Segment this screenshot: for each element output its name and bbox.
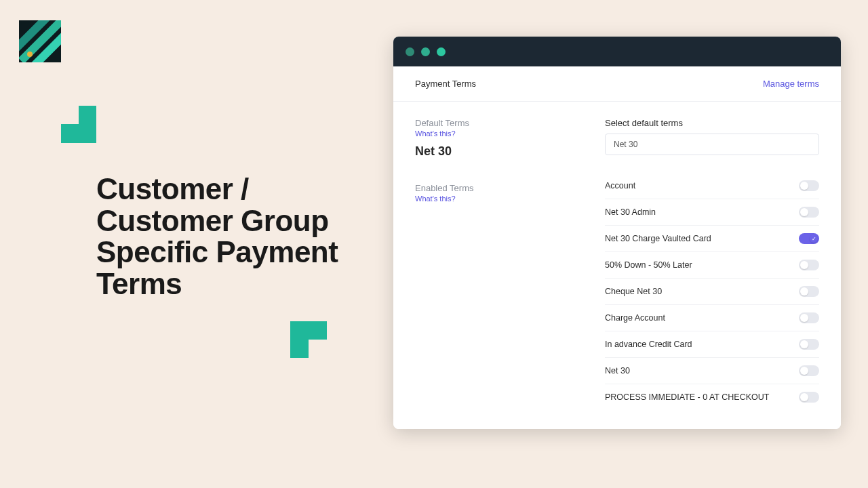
term-row: Net 30 bbox=[605, 358, 819, 384]
term-toggle[interactable] bbox=[799, 286, 819, 297]
term-toggle[interactable] bbox=[799, 392, 819, 403]
term-toggle[interactable] bbox=[799, 365, 819, 376]
term-toggle[interactable] bbox=[799, 260, 819, 270]
whats-this-link[interactable]: What's this? bbox=[415, 129, 578, 138]
term-row: Charge Account bbox=[605, 305, 819, 331]
app-logo bbox=[19, 20, 61, 62]
term-toggle[interactable] bbox=[799, 339, 819, 350]
select-value: Net 30 bbox=[614, 140, 637, 149]
window-minimize-dot[interactable] bbox=[421, 47, 430, 56]
term-label: 50% Down - 50% Later bbox=[605, 260, 692, 270]
term-row: Cheque Net 30 bbox=[605, 279, 819, 305]
enabled-terms-block: Enabled Terms What's this? bbox=[415, 183, 578, 203]
term-label: Net 30 bbox=[605, 366, 630, 375]
default-terms-select[interactable]: Net 30 bbox=[605, 134, 819, 155]
default-terms-label: Default Terms bbox=[415, 118, 578, 128]
window-titlebar bbox=[393, 37, 841, 66]
term-label: Net 30 Charge Vaulted Card bbox=[605, 234, 711, 243]
decorative-shape bbox=[290, 321, 327, 358]
panel: Payment Terms Manage terms Default Terms… bbox=[393, 66, 841, 429]
term-row: Net 30 Charge Vaulted Card✓ bbox=[605, 226, 819, 252]
term-label: Charge Account bbox=[605, 313, 665, 323]
term-label: Account bbox=[605, 181, 635, 190]
terms-list: AccountNet 30 AdminNet 30 Charge Vaulted… bbox=[605, 173, 819, 410]
manage-terms-link[interactable]: Manage terms bbox=[763, 79, 819, 89]
term-row: In advance Credit Card bbox=[605, 331, 819, 358]
window-zoom-dot[interactable] bbox=[437, 47, 446, 56]
default-terms-block: Default Terms What's this? Net 30 bbox=[415, 118, 578, 159]
panel-header: Payment Terms Manage terms bbox=[393, 66, 841, 102]
term-row: Account bbox=[605, 173, 819, 199]
term-toggle[interactable] bbox=[799, 180, 819, 191]
current-default-term: Net 30 bbox=[415, 144, 578, 159]
term-label: PROCESS IMMEDIATE - 0 AT CHECKOUT bbox=[605, 392, 769, 402]
term-label: Net 30 Admin bbox=[605, 207, 656, 217]
term-row: 50% Down - 50% Later bbox=[605, 252, 819, 279]
term-row: PROCESS IMMEDIATE - 0 AT CHECKOUT bbox=[605, 384, 819, 410]
term-label: In advance Credit Card bbox=[605, 340, 692, 349]
term-row: Net 30 Admin bbox=[605, 199, 819, 226]
term-toggle[interactable]: ✓ bbox=[799, 233, 819, 244]
term-toggle[interactable] bbox=[799, 207, 819, 218]
hero-title: Customer / Customer Group Specific Payme… bbox=[96, 174, 354, 300]
select-default-label: Select default terms bbox=[605, 118, 819, 128]
app-window: Payment Terms Manage terms Default Terms… bbox=[393, 37, 841, 429]
term-toggle[interactable] bbox=[799, 312, 819, 323]
panel-title: Payment Terms bbox=[415, 79, 476, 89]
window-close-dot[interactable] bbox=[406, 47, 414, 56]
decorative-shape bbox=[61, 106, 96, 143]
enabled-terms-label: Enabled Terms bbox=[415, 183, 578, 193]
term-label: Cheque Net 30 bbox=[605, 287, 662, 296]
whats-this-link[interactable]: What's this? bbox=[415, 195, 578, 203]
